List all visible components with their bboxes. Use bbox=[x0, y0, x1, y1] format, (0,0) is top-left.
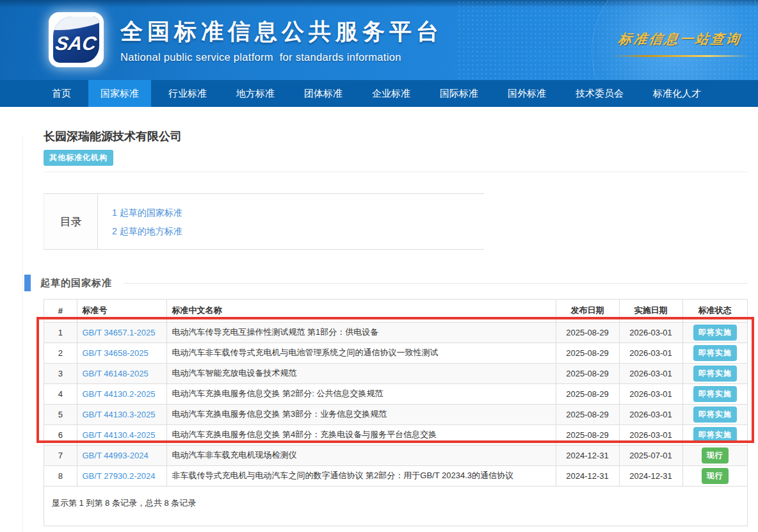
standard-name: 电动汽车充换电服务信息交换 第3部分：业务信息交换规范 bbox=[166, 404, 556, 424]
standard-code-link[interactable]: GB/T 34657.1-2025 bbox=[83, 328, 156, 337]
row-number: 8 bbox=[44, 465, 77, 486]
column-header-1: 标准号 bbox=[77, 300, 166, 322]
row-number: 1 bbox=[44, 322, 77, 343]
row-number: 3 bbox=[44, 363, 77, 383]
standard-name: 电动汽车传导充电互操作性测试规范 第1部分：供电设备 bbox=[166, 322, 556, 343]
standard-code-cell: GB/T 34658-2025 bbox=[77, 343, 166, 363]
column-header-2: 标准中文名称 bbox=[166, 300, 556, 322]
nav-item-企业标准[interactable]: 企业标准 bbox=[360, 80, 423, 107]
column-header-5: 标准状态 bbox=[682, 300, 747, 322]
nav-item-技术委员会[interactable]: 技术委员会 bbox=[563, 80, 636, 107]
standard-code-cell: GB/T 46148-2025 bbox=[77, 363, 166, 383]
implement-date: 2026-03-01 bbox=[619, 322, 682, 343]
row-number: 4 bbox=[44, 383, 77, 404]
standard-code-cell: GB/T 44130.4-2025 bbox=[77, 424, 166, 445]
row-number: 5 bbox=[44, 404, 77, 424]
table-row: 2GB/T 34658-2025电动汽车非车载传导式充电机与电池管理系统之间的通… bbox=[44, 343, 747, 363]
implement-date: 2026-03-01 bbox=[619, 383, 682, 404]
nav-item-团体标准[interactable]: 团体标准 bbox=[292, 80, 355, 107]
status-cell: 即将实施 bbox=[682, 363, 747, 383]
table-row: 1GB/T 34657.1-2025电动汽车传导充电互操作性测试规范 第1部分：… bbox=[44, 322, 747, 343]
section-title: 起草的国家标准 bbox=[40, 277, 112, 289]
sac-logo-shape: SAC bbox=[53, 17, 99, 63]
standard-name: 电动汽车智能充放电设备技术规范 bbox=[166, 363, 556, 383]
implement-date: 2026-03-01 bbox=[619, 343, 682, 363]
standard-code-cell: GB/T 44993-2024 bbox=[77, 445, 166, 465]
status-badge: 即将实施 bbox=[693, 407, 737, 423]
section-marker-icon bbox=[24, 275, 31, 291]
implement-date: 2025-07-01 bbox=[619, 445, 682, 465]
table-of-contents: 目录 1 起草的国家标准2 起草的地方标准 bbox=[44, 193, 484, 250]
column-header-0: # bbox=[44, 300, 77, 322]
publish-date: 2025-08-29 bbox=[556, 424, 619, 445]
status-badge: 即将实施 bbox=[693, 386, 737, 402]
org-type-badge: 其他标准化机构 bbox=[44, 150, 113, 166]
records-summary: 显示第 1 到第 8 条记录，总共 8 条记录 bbox=[44, 487, 747, 526]
row-number: 2 bbox=[44, 343, 77, 363]
toc-link-1[interactable]: 1 起草的国家标准 bbox=[112, 204, 182, 222]
site-title: 全国标准信息公共服务平台 bbox=[120, 17, 443, 47]
standard-code-cell: GB/T 27930.2-2024 bbox=[77, 465, 166, 486]
title-block: 全国标准信息公共服务平台 National public service pla… bbox=[120, 17, 443, 63]
standard-code-link[interactable]: GB/T 44993-2024 bbox=[83, 451, 149, 460]
divider bbox=[44, 172, 748, 172]
standard-code-cell: GB/T 34657.1-2025 bbox=[77, 322, 166, 343]
nav-item-地方标准[interactable]: 地方标准 bbox=[224, 80, 287, 107]
standard-code-link[interactable]: GB/T 27930.2-2024 bbox=[83, 471, 156, 481]
nav-item-标准化人才[interactable]: 标准化人才 bbox=[641, 80, 713, 107]
toc-link-2[interactable]: 2 起草的地方标准 bbox=[112, 222, 182, 241]
table-row: 6GB/T 44130.4-2025电动汽车充换电服务信息交换 第4部分：充换电… bbox=[44, 424, 747, 445]
main-nav: 首页国家标准行业标准地方标准团体标准企业标准国际标准国外标准技术委员会标准化人才 bbox=[0, 80, 758, 107]
toc-label: 目录 bbox=[44, 194, 98, 249]
status-badge: 即将实施 bbox=[693, 345, 737, 361]
status-badge: 即将实施 bbox=[693, 427, 737, 443]
slogan-calligraphy: 标准信息一站查询 bbox=[617, 30, 743, 48]
publish-date: 2025-08-29 bbox=[556, 404, 619, 424]
status-cell: 现行 bbox=[682, 465, 747, 486]
standard-code-link[interactable]: GB/T 44130.3-2025 bbox=[83, 410, 156, 419]
status-cell: 即将实施 bbox=[682, 424, 747, 445]
implement-date: 2026-03-01 bbox=[619, 404, 682, 424]
standard-code-cell: GB/T 44130.3-2025 bbox=[77, 404, 166, 424]
column-header-4: 实施日期 bbox=[619, 300, 682, 322]
status-cell: 即将实施 bbox=[682, 404, 747, 424]
status-badge: 即将实施 bbox=[693, 366, 737, 382]
sac-logo-text: SAC bbox=[54, 33, 98, 54]
standard-name: 非车载传导式充电机与电动汽车之间的数字通信协议 第2部分：用于GB/T 2023… bbox=[166, 465, 556, 486]
publish-date: 2025-08-29 bbox=[556, 383, 619, 404]
standard-code-cell: GB/T 44130.2-2025 bbox=[77, 383, 166, 404]
table-row: 8GB/T 27930.2-2024非车载传导式充电机与电动汽车之间的数字通信协… bbox=[44, 465, 747, 486]
status-badge: 现行 bbox=[702, 468, 729, 484]
section-rule bbox=[124, 283, 748, 284]
content-left-edge bbox=[22, 135, 23, 532]
standard-code-link[interactable]: GB/T 44130.4-2025 bbox=[83, 430, 156, 440]
implement-date: 2026-03-01 bbox=[619, 424, 682, 445]
table-row: 5GB/T 44130.3-2025电动汽车充换电服务信息交换 第3部分：业务信… bbox=[44, 404, 747, 424]
standards-table-panel: #标准号标准中文名称发布日期实施日期标准状态 1GB/T 34657.1-202… bbox=[44, 299, 748, 526]
standard-name: 电动汽车非车载传导式充电机与电池管理系统之间的通信协议一致性测试 bbox=[166, 343, 556, 363]
slogan-underline bbox=[611, 55, 749, 57]
table-row: 3GB/T 46148-2025电动汽车智能充放电设备技术规范2025-08-2… bbox=[44, 363, 747, 383]
nav-item-首页[interactable]: 首页 bbox=[40, 80, 83, 107]
row-number: 6 bbox=[44, 424, 77, 445]
standard-code-link[interactable]: GB/T 46148-2025 bbox=[83, 369, 149, 378]
publish-date: 2024-12-31 bbox=[556, 445, 619, 465]
standard-name: 电动汽车非车载充电机现场检测仪 bbox=[166, 445, 556, 465]
status-cell: 即将实施 bbox=[682, 322, 747, 343]
sac-logo[interactable]: SAC bbox=[49, 12, 104, 67]
publish-date: 2024-12-31 bbox=[556, 465, 619, 486]
nav-item-行业标准[interactable]: 行业标准 bbox=[156, 80, 219, 107]
standard-code-link[interactable]: GB/T 34658-2025 bbox=[83, 348, 149, 358]
standard-code-link[interactable]: GB/T 44130.2-2025 bbox=[83, 389, 156, 399]
status-cell: 现行 bbox=[682, 445, 747, 465]
nav-item-国家标准[interactable]: 国家标准 bbox=[88, 80, 151, 107]
nav-item-国际标准[interactable]: 国际标准 bbox=[428, 80, 490, 107]
publish-date: 2025-08-29 bbox=[556, 343, 619, 363]
site-subtitle: National public service platform for sta… bbox=[120, 51, 443, 63]
table-header-row: #标准号标准中文名称发布日期实施日期标准状态 bbox=[44, 300, 747, 322]
standard-name: 电动汽车充换电服务信息交换 第2部分: 公共信息交换规范 bbox=[166, 383, 556, 404]
status-badge: 即将实施 bbox=[693, 325, 737, 341]
nav-item-国外标准[interactable]: 国外标准 bbox=[496, 80, 558, 107]
site-header: SAC 全国标准信息公共服务平台 National public service… bbox=[0, 0, 758, 80]
publish-date: 2025-08-29 bbox=[556, 322, 619, 343]
